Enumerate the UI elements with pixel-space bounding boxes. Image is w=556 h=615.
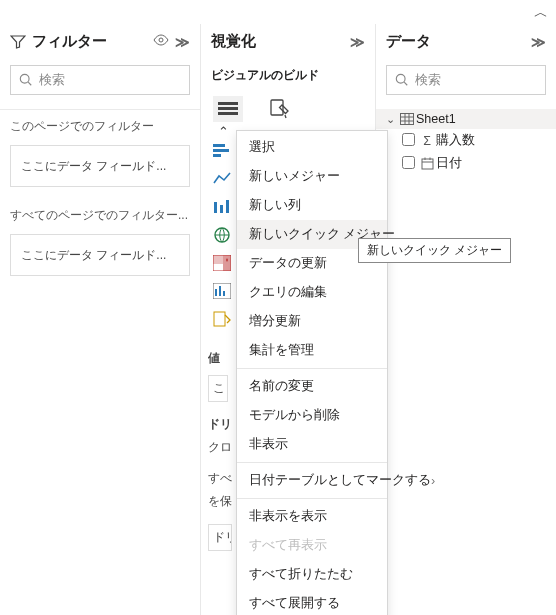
menu-item-hide[interactable]: 非表示	[237, 430, 387, 459]
search-icon	[395, 73, 409, 87]
chevron-right-icon: ›	[431, 474, 435, 488]
build-visual-icon[interactable]	[213, 96, 243, 122]
svg-line-2	[28, 82, 31, 85]
svg-rect-31	[219, 286, 221, 296]
filter-icon	[10, 34, 26, 50]
svg-rect-18	[213, 144, 225, 147]
field-row[interactable]: 日付	[376, 152, 556, 175]
collapse-up-icon[interactable]: ︿	[534, 4, 548, 22]
svg-rect-19	[213, 149, 229, 152]
filters-search-input[interactable]: 検索	[10, 65, 190, 95]
menu-item-new-measure[interactable]: 新しいメジャー	[237, 162, 387, 191]
kpi-icon[interactable]	[211, 280, 233, 302]
data-title: データ	[386, 32, 431, 51]
line-chart-icon[interactable]	[211, 168, 233, 190]
chart-type-palette	[208, 140, 236, 330]
all-pages-filters-label: すべてのページでのフィルター...	[0, 201, 200, 230]
expand-icon[interactable]: ≫	[175, 34, 190, 50]
field-checkbox[interactable]	[402, 156, 415, 169]
table-icon	[398, 113, 416, 125]
svg-rect-4	[218, 107, 238, 110]
value-box: こ	[208, 375, 228, 402]
svg-point-0	[159, 38, 163, 42]
expand-icon[interactable]: ≫	[531, 34, 546, 50]
menu-item-collapse-all[interactable]: すべて折りたたむ	[237, 560, 387, 589]
menu-item-expand-all[interactable]: すべて展開する	[237, 589, 387, 615]
field-row[interactable]: Σ 購入数	[376, 129, 556, 152]
treemap-icon[interactable]	[211, 252, 233, 274]
data-search-input[interactable]: 検索	[386, 65, 546, 95]
svg-rect-22	[220, 205, 223, 213]
expand-icon[interactable]: ≫	[350, 34, 365, 50]
ribbon-chart-icon[interactable]	[211, 196, 233, 218]
context-menu: 選択 新しいメジャー 新しい列 新しいクイック メジャー データの更新 クエリの…	[236, 130, 388, 615]
search-icon	[19, 73, 33, 87]
svg-rect-33	[214, 312, 225, 326]
svg-point-7	[396, 74, 405, 83]
svg-rect-32	[223, 291, 225, 296]
table-node-sheet1[interactable]: ⌄ Sheet1	[376, 109, 556, 129]
menu-separator	[237, 462, 387, 463]
svg-rect-26	[213, 255, 223, 264]
menu-separator	[237, 368, 387, 369]
filters-pane: フィルター ≫ 検索 このページでのフィルター ここにデータ フィールド... …	[0, 24, 200, 615]
menu-item-edit-query[interactable]: クエリの編集	[237, 278, 387, 307]
format-visual-icon[interactable]	[265, 96, 295, 122]
tooltip: 新しいクイック メジャー	[358, 238, 511, 263]
globe-icon[interactable]	[211, 224, 233, 246]
field-label: 購入数	[436, 132, 475, 149]
svg-point-1	[20, 74, 29, 83]
all-pages-filters-dropzone[interactable]: ここにデータ フィールド...	[10, 234, 190, 276]
menu-item-select[interactable]: 選択	[237, 133, 387, 162]
field-checkbox[interactable]	[402, 133, 415, 146]
svg-rect-5	[218, 112, 238, 115]
menu-item-incremental-refresh[interactable]: 増分更新	[237, 307, 387, 336]
svg-rect-21	[214, 202, 217, 213]
menu-item-delete-from-model[interactable]: モデルから削除	[237, 401, 387, 430]
data-search-placeholder: 検索	[415, 71, 441, 89]
table-name: Sheet1	[416, 112, 456, 126]
chevron-down-icon: ⌄	[386, 113, 398, 126]
menu-item-mark-date-table[interactable]: 日付テーブルとしてマークする›	[237, 466, 387, 495]
stacked-bar-icon[interactable]	[211, 140, 233, 162]
svg-rect-9	[401, 114, 414, 125]
svg-rect-3	[218, 102, 238, 105]
page-filters-dropzone[interactable]: ここにデータ フィールド...	[10, 145, 190, 187]
filters-title: フィルター	[32, 32, 107, 51]
svg-rect-30	[215, 289, 217, 296]
menu-separator	[237, 498, 387, 499]
visuals-subtitle: ビジュアルのビルド	[201, 61, 375, 92]
data-pane: データ ≫ 検索 ⌄ Sheet1 Σ 購入数	[375, 24, 556, 615]
svg-line-8	[404, 82, 407, 85]
menu-item-manage-aggregations[interactable]: 集計を管理	[237, 336, 387, 365]
page-filters-label: このページでのフィルター	[0, 112, 200, 141]
menu-item-view-hidden[interactable]: 非表示を表示	[237, 502, 387, 531]
visuals-title: 視覚化	[211, 32, 256, 51]
field-label: 日付	[436, 155, 462, 172]
menu-item-rename[interactable]: 名前の変更	[237, 372, 387, 401]
filters-search-placeholder: 検索	[39, 71, 65, 89]
drill-box: ドリ	[208, 524, 232, 551]
svg-rect-20	[213, 154, 221, 157]
calendar-icon	[418, 157, 436, 170]
chevron-down-icon[interactable]: ⌃	[218, 124, 229, 139]
python-visual-icon[interactable]	[211, 308, 233, 330]
sigma-icon: Σ	[418, 134, 436, 148]
svg-rect-14	[422, 159, 433, 169]
svg-rect-27	[223, 255, 231, 271]
svg-rect-6	[271, 100, 283, 115]
eye-icon[interactable]	[153, 32, 169, 51]
menu-item-new-column[interactable]: 新しい列	[237, 191, 387, 220]
svg-rect-23	[226, 200, 229, 213]
menu-item-unhide-all: すべて再表示	[237, 531, 387, 560]
